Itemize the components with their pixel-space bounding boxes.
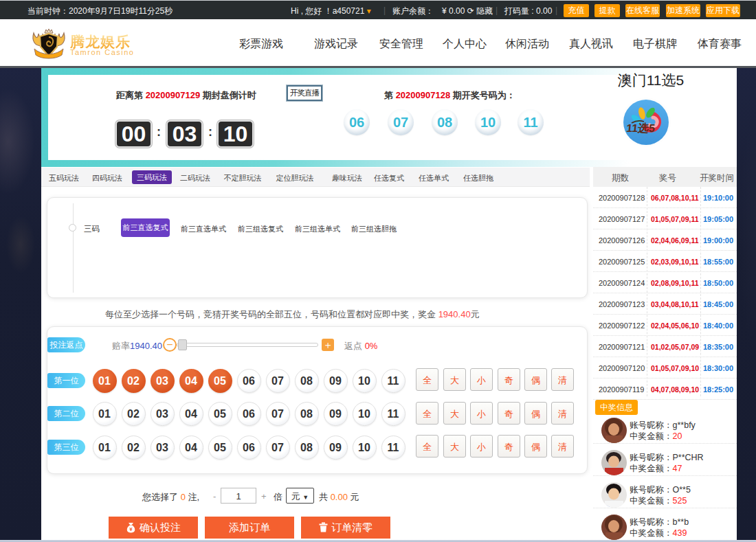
- svg-text:11选5: 11选5: [625, 122, 656, 134]
- svg-text:¥: ¥: [129, 526, 133, 532]
